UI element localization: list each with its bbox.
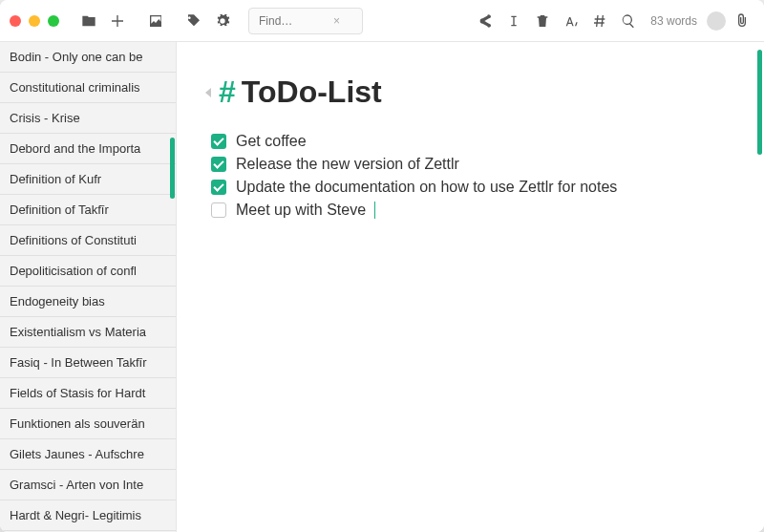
- fold-caret-icon[interactable]: [205, 88, 211, 97]
- file-item[interactable]: Gilets Jaunes - Aufschre: [0, 439, 176, 470]
- file-item[interactable]: Constitutional criminalis: [0, 73, 176, 103]
- minimize-window-button[interactable]: [29, 15, 40, 27]
- search-button[interactable]: [616, 9, 641, 33]
- open-folder-button[interactable]: [76, 9, 101, 33]
- toolbar: × 83 words: [0, 0, 764, 42]
- task-item: Meet up with Steve: [211, 202, 735, 219]
- heading-line: # ToDo-List: [205, 74, 735, 110]
- file-item[interactable]: Definition of Kufr: [0, 164, 176, 195]
- task-text[interactable]: Get coffee: [236, 133, 307, 150]
- task-text[interactable]: Meet up with Steve: [236, 202, 366, 219]
- file-list-sidebar: Bodin - Only one can beConstitutional cr…: [0, 42, 177, 532]
- find-field[interactable]: ×: [248, 8, 363, 34]
- file-item[interactable]: Definitions of Constituti: [0, 225, 176, 256]
- main-body: Bodin - Only one can beConstitutional cr…: [0, 42, 764, 532]
- editor-scrollbar[interactable]: [757, 50, 762, 155]
- file-item[interactable]: Debord and the Importa: [0, 134, 176, 164]
- task-checkbox[interactable]: [211, 157, 226, 172]
- task-item: Release the new version of Zettlr: [211, 156, 735, 173]
- clear-search-icon[interactable]: ×: [333, 14, 340, 28]
- share-button[interactable]: [473, 9, 498, 33]
- text-cursor-button[interactable]: [501, 9, 526, 33]
- find-input[interactable]: [257, 13, 333, 29]
- heading-hash: #: [219, 74, 236, 110]
- task-list: Get coffeeRelease the new version of Zet…: [211, 133, 735, 219]
- font-button[interactable]: [559, 9, 584, 33]
- file-item[interactable]: Existentialism vs Materia: [0, 317, 176, 348]
- attachment-button[interactable]: [730, 9, 754, 33]
- new-file-button[interactable]: [105, 9, 130, 33]
- file-item[interactable]: Gramsci - Arten von Inte: [0, 470, 176, 500]
- task-item: Update the documentation on how to use Z…: [211, 179, 735, 196]
- task-text[interactable]: Update the documentation on how to use Z…: [236, 179, 617, 196]
- settings-button[interactable]: [210, 9, 235, 33]
- file-item[interactable]: Fields of Stasis for Hardt: [0, 378, 176, 409]
- image-button[interactable]: [143, 9, 168, 33]
- task-checkbox[interactable]: [211, 134, 226, 149]
- file-item[interactable]: Hardt & Negri- Legitimis: [0, 500, 176, 531]
- file-item[interactable]: Bodin - Only one can be: [0, 42, 176, 73]
- editor-pane[interactable]: # ToDo-List Get coffeeRelease the new ve…: [177, 42, 764, 532]
- tag-button[interactable]: [181, 9, 206, 33]
- sidebar-scrollbar[interactable]: [170, 138, 175, 199]
- delete-button[interactable]: [530, 9, 555, 33]
- file-item[interactable]: Crisis - Krise: [0, 103, 176, 134]
- window-controls: [10, 15, 59, 27]
- close-window-button[interactable]: [10, 15, 21, 27]
- maximize-window-button[interactable]: [48, 15, 59, 27]
- text-cursor: [374, 202, 375, 219]
- heading-title[interactable]: ToDo-List: [242, 74, 382, 110]
- task-item: Get coffee: [211, 133, 735, 150]
- file-item[interactable]: Definition of Takfīr: [0, 195, 176, 225]
- avatar[interactable]: [707, 11, 726, 31]
- file-item[interactable]: Funktionen als souverän: [0, 409, 176, 439]
- task-checkbox[interactable]: [211, 180, 226, 195]
- file-item[interactable]: Fasiq - In Between Takfīr: [0, 348, 176, 378]
- task-checkbox[interactable]: [211, 202, 226, 218]
- task-text[interactable]: Release the new version of Zettlr: [236, 156, 459, 173]
- file-item[interactable]: Depoliticisation of confl: [0, 256, 176, 287]
- app-window: × 83 words Bodin - Only one can b: [0, 0, 764, 532]
- hashtag-button[interactable]: [587, 9, 612, 33]
- word-count: 83 words: [645, 14, 703, 28]
- file-item[interactable]: Endogeneity bias: [0, 287, 176, 317]
